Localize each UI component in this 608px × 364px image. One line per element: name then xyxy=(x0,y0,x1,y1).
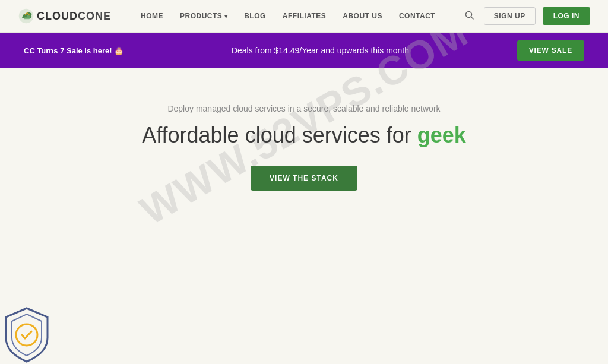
view-sale-button[interactable]: VIEW SALE xyxy=(517,40,584,61)
logo[interactable]: CLOUDCONE xyxy=(18,8,111,24)
nav-products[interactable]: PRODUCTS xyxy=(180,12,227,20)
banner-center-text: Deals from $14.49/Year and upwards this … xyxy=(135,46,505,55)
svg-point-3 xyxy=(16,324,37,346)
main-content: WWW.52VPS.COM Deploy managed cloud servi… xyxy=(0,68,608,364)
header: CLOUDCONE HOME PRODUCTS BLOG AFFILIATES … xyxy=(0,0,608,33)
banner-left-text: CC Turns 7 Sale is here! 🎂 xyxy=(24,46,124,55)
subtitle: Deploy managed cloud services in a secur… xyxy=(0,104,608,113)
nav-affiliates[interactable]: AFFILIATES xyxy=(283,12,326,20)
signup-button[interactable]: SIGN UP xyxy=(484,7,536,25)
heading-highlight: geek xyxy=(417,123,466,147)
search-button[interactable] xyxy=(463,8,477,24)
search-icon xyxy=(465,11,474,20)
nav-about[interactable]: ABOUT US xyxy=(343,12,382,20)
nav-home[interactable]: HOME xyxy=(141,12,163,20)
main-nav: HOME PRODUCTS BLOG AFFILIATES ABOUT US C… xyxy=(141,12,463,20)
view-stack-button[interactable]: VIEW THE STACK xyxy=(251,166,357,191)
nav-contact[interactable]: CONTACT xyxy=(399,12,435,20)
main-heading: Affordable cloud services for geek xyxy=(0,123,608,148)
login-button[interactable]: LOG IN xyxy=(543,7,590,25)
heading-text: Affordable cloud services for xyxy=(142,123,417,147)
nav-right: SIGN UP LOG IN xyxy=(463,7,590,25)
promo-banner: CC Turns 7 Sale is here! 🎂 Deals from $1… xyxy=(0,33,608,68)
nav-blog[interactable]: BLOG xyxy=(244,12,266,20)
shield-illustration xyxy=(0,302,59,364)
logo-icon xyxy=(18,8,34,24)
svg-line-2 xyxy=(471,17,473,19)
content-wrapper: Deploy managed cloud services in a secur… xyxy=(0,104,608,191)
logo-text: CLOUDCONE xyxy=(37,10,111,23)
